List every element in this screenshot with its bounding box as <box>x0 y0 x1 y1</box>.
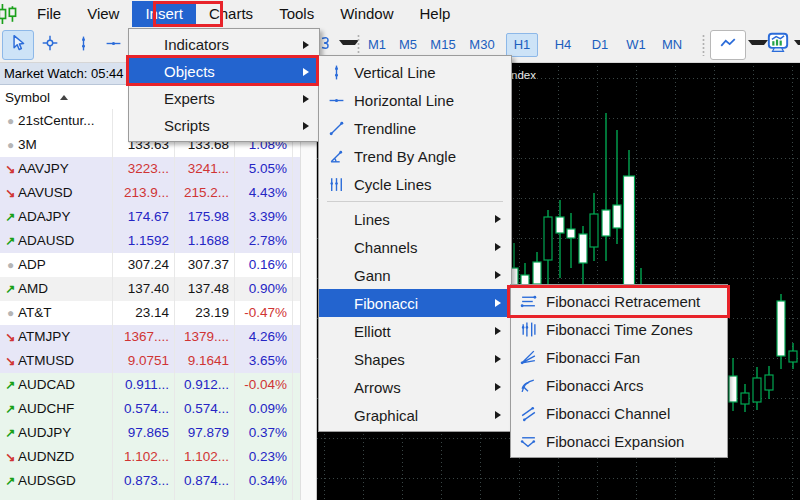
dropdown-caret-icon[interactable] <box>794 40 800 55</box>
fibonacci-fan-icon <box>511 349 546 366</box>
menu-item-fibonacci-fan[interactable]: Fibonacci Fan <box>511 343 727 371</box>
menu-item-objects[interactable]: Objects <box>129 58 319 85</box>
fibonacci-channel-icon <box>511 405 546 422</box>
market-watch-row-atmusd[interactable]: ↘ATMUSD9.07519.16413.65% <box>0 349 300 373</box>
menu-item-label: Lines <box>354 211 495 228</box>
menu-item-gann[interactable]: Gann <box>319 261 511 289</box>
bid-value: 97.865 <box>113 421 175 445</box>
timeframe-h4[interactable]: H4 <box>548 33 578 57</box>
bid-value: 213.9... <box>113 181 175 205</box>
market-watch-row-at-t[interactable]: ●AT&T23.1423.19-0.47% <box>0 301 300 325</box>
market-watch-row-audnzd[interactable]: ↘AUDNZD1.102...1.102...0.23% <box>0 445 300 469</box>
menubar-item-help[interactable]: Help <box>407 1 464 27</box>
vertical-line-tool-button[interactable] <box>68 30 98 60</box>
line-chart-type-button[interactable] <box>710 30 746 60</box>
menu-item-label: Indicators <box>164 36 303 53</box>
timeframe-m5[interactable]: M5 <box>393 33 423 57</box>
cursor-icon <box>9 34 27 56</box>
change-value: 3.65% <box>235 349 293 373</box>
menu-item-fibonacci-expansion[interactable]: Fibonacci Expansion <box>511 427 727 455</box>
menu-item-fibonacci-retracement[interactable]: Fibonacci Retracement <box>511 287 727 315</box>
vertical-line-tool-icon <box>75 35 92 56</box>
menu-item-lines[interactable]: Lines <box>319 205 511 233</box>
horizontal-line-tool-icon <box>105 35 122 56</box>
menu-item-shapes[interactable]: Shapes <box>319 345 511 373</box>
market-watch-row-atmjpy[interactable]: ↘ATMJPY1367....1379....4.26% <box>0 325 300 349</box>
symbol-name: ADAJPY <box>18 205 71 229</box>
menu-item-horizontal-line[interactable]: Horizontal Line <box>319 86 511 114</box>
menu-item-label: Fibonacci Arcs <box>546 377 711 394</box>
menu-item-cycle-lines[interactable]: Cycle Lines <box>319 170 511 198</box>
menubar-item-charts[interactable]: Charts <box>196 1 266 27</box>
symbol-name: ADAUSD <box>18 229 74 253</box>
market-watch-row-audjpy[interactable]: ↗AUDJPY97.86597.8790.37% <box>0 421 300 445</box>
market-watch-row-aavjpy[interactable]: ↘AAVJPY3223...3241...5.05% <box>0 157 300 181</box>
new-chart-icon <box>767 32 789 58</box>
menu-item-vertical-line[interactable]: Vertical Line <box>319 58 511 86</box>
menu-item-label: Fibonacci Fan <box>546 349 711 366</box>
timeframe-m30[interactable]: M30 <box>463 33 501 57</box>
menu-item-fibonacci-arcs[interactable]: Fibonacci Arcs <box>511 371 727 399</box>
menu-item-fibonacci-time-zones[interactable]: Fibonacci Time Zones <box>511 315 727 343</box>
menubar-item-view[interactable]: View <box>74 1 132 27</box>
submenu-arrow-icon <box>495 383 501 391</box>
market-watch-row-aavusd[interactable]: ↘AAVUSD213.9...215.2...4.43% <box>0 181 300 205</box>
bid-value: 9.0751 <box>113 349 175 373</box>
symbol-name: AUDCAD <box>18 373 75 397</box>
menu-item-label: Horizontal Line <box>354 92 495 109</box>
timeframe-d1[interactable]: D1 <box>585 33 615 57</box>
menubar-item-tools[interactable]: Tools <box>266 1 327 27</box>
chart-symbol-label: ndex <box>511 69 536 81</box>
menu-item-elliott[interactable]: Elliott <box>319 317 511 345</box>
bid-value: 307.24 <box>113 253 175 277</box>
menu-item-label: Elliott <box>354 323 495 340</box>
ask-value: 137.48 <box>175 277 235 301</box>
menu-item-indicators[interactable]: Indicators <box>129 31 319 58</box>
menubar-item-insert[interactable]: Insert <box>132 1 196 27</box>
menu-item-fibonacci-channel[interactable]: Fibonacci Channel <box>511 399 727 427</box>
ask-value: 3241... <box>175 157 235 181</box>
horizontal-line-tool-button[interactable] <box>98 30 128 60</box>
menubar-item-window[interactable]: Window <box>327 1 406 27</box>
change-value: 0.29% <box>235 493 293 500</box>
menu-item-channels[interactable]: Channels <box>319 233 511 261</box>
market-watch-row-audsgd[interactable]: ↗AUDSGD0.873...0.874...0.34% <box>0 469 300 493</box>
sort-ascending-icon <box>60 95 68 100</box>
ask-value: 0.574... <box>175 397 235 421</box>
market-watch-row-audusd[interactable]: ↘AUDUSD0.648...0.648...0.29% <box>0 493 300 500</box>
market-watch-row-adp[interactable]: ●ADP307.24307.370.16% <box>0 253 300 277</box>
timeframe-h1[interactable]: H1 <box>506 33 538 57</box>
market-watch-row-amd[interactable]: ↗AMD137.40137.480.90% <box>0 277 300 301</box>
cycle-lines-icon <box>319 176 354 193</box>
cursor-tool-button[interactable] <box>2 30 34 60</box>
submenu-arrow-icon <box>303 41 309 49</box>
trend-flat-icon: ● <box>3 253 18 277</box>
symbol-name: AUDJPY <box>18 421 71 445</box>
market-watch-row-audcad[interactable]: ↗AUDCAD0.911...0.912...-0.04% <box>0 373 300 397</box>
menu-item-fibonacci[interactable]: Fibonacci <box>319 289 511 317</box>
menu-item-label: Experts <box>164 90 303 107</box>
timeframe-m1[interactable]: M1 <box>362 33 392 57</box>
menu-item-arrows[interactable]: Arrows <box>319 373 511 401</box>
change-value: -0.47% <box>235 301 293 325</box>
market-watch-row-adausd[interactable]: ↗ADAUSD1.15921.16882.78% <box>0 229 300 253</box>
symbol-name: ATMJPY <box>18 325 70 349</box>
change-value: 0.16% <box>235 253 293 277</box>
timeframe-w1[interactable]: W1 <box>620 33 652 57</box>
menu-item-graphical[interactable]: Graphical <box>319 401 511 429</box>
timeframe-mn[interactable]: MN <box>655 33 689 57</box>
menu-item-trend-by-angle[interactable]: Trend By Angle <box>319 142 511 170</box>
dropdown-caret-icon[interactable] <box>339 40 359 55</box>
toolbar-separator <box>702 34 705 56</box>
menubar-item-file[interactable]: File <box>24 1 74 27</box>
market-watch-row-adajpy[interactable]: ↗ADAJPY174.67175.983.39% <box>0 205 300 229</box>
menu-item-trendline[interactable]: Trendline <box>319 114 511 142</box>
new-chart-button[interactable] <box>762 30 794 60</box>
timeframe-m15[interactable]: M15 <box>424 33 462 57</box>
menu-item-scripts[interactable]: Scripts <box>129 112 319 139</box>
trend-up-icon: ↗ <box>3 421 18 445</box>
ask-value: 9.1641 <box>175 349 235 373</box>
market-watch-row-audchf[interactable]: ↗AUDCHF0.574...0.574...0.09% <box>0 397 300 421</box>
menu-item-experts[interactable]: Experts <box>129 85 319 112</box>
crosshair-tool-button[interactable] <box>34 30 66 60</box>
